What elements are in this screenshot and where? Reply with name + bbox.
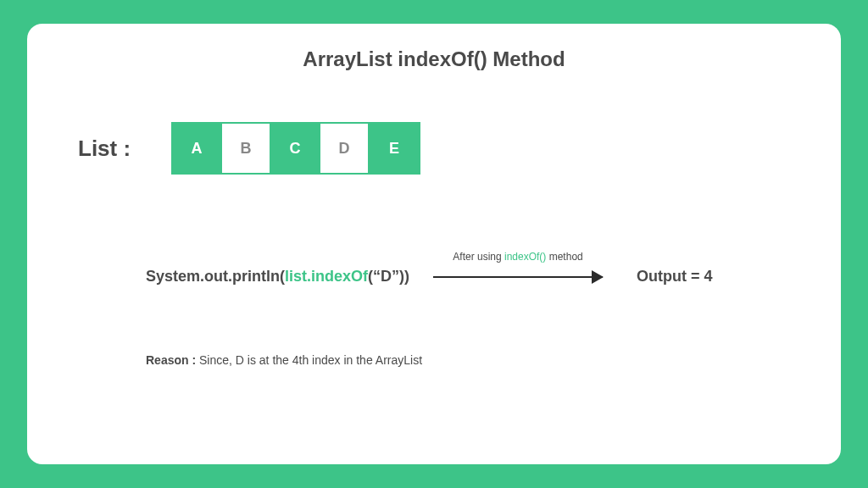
arrow-wrap: After using indexOf() method	[433, 276, 603, 278]
cell-d: D	[320, 124, 370, 173]
cell-b: B	[222, 124, 271, 173]
arrow-caption-highlight: indexOf()	[504, 251, 546, 263]
reason-label: Reason :	[146, 353, 199, 367]
arrow-caption: After using indexOf() method	[453, 251, 582, 263]
code-highlight: list.indexOf	[285, 268, 368, 285]
code-suffix: (“D”))	[368, 268, 409, 285]
flow-row: System.out.println(list.indexOf(“D”)) Af…	[146, 268, 807, 286]
code-prefix: System.out.println(	[146, 268, 285, 285]
page-title: ArrayList indexOf() Method	[61, 47, 807, 71]
cells-container: A B C D E	[171, 122, 420, 175]
diagram-card: ArrayList indexOf() Method List : A B C …	[27, 24, 841, 464]
list-label: List :	[78, 136, 131, 162]
reason-text: Since, D is at the 4th index in the Arra…	[199, 353, 422, 367]
reason-line: Reason : Since, D is at the 4th index in…	[146, 353, 807, 367]
cell-e: E	[370, 124, 419, 173]
arrow-right-icon	[433, 276, 603, 278]
output-text: Output = 4	[637, 268, 713, 286]
code-expression: System.out.println(list.indexOf(“D”))	[146, 268, 409, 286]
cell-a: A	[173, 124, 222, 173]
arrow-caption-before: After using	[453, 251, 504, 263]
list-row: List : A B C D E	[78, 122, 807, 175]
cell-c: C	[271, 124, 320, 173]
arrow-caption-after: method	[546, 251, 582, 263]
